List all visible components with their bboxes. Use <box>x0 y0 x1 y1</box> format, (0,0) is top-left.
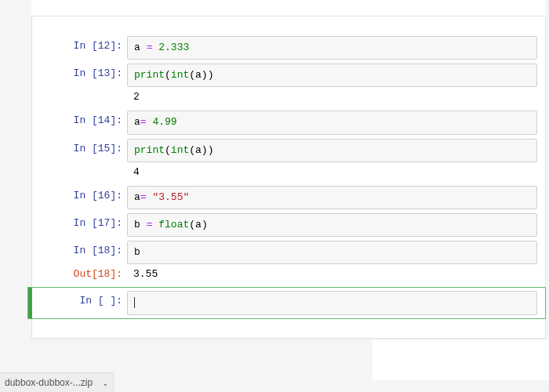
input-prompt: In [16]: <box>32 186 127 205</box>
result-output: 3.55 <box>127 264 537 284</box>
code-cell[interactable]: In [12]:a = 2.333 <box>32 36 545 60</box>
input-prompt: In [15]: <box>32 139 127 158</box>
code-input[interactable]: b = float(a) <box>127 213 537 237</box>
overlay-patch <box>373 339 549 380</box>
code-input[interactable]: print(int(a)) <box>127 139 537 162</box>
code-input[interactable] <box>127 291 537 314</box>
code-input[interactable]: print(int(a)) <box>127 64 537 87</box>
code-cell[interactable]: In [17]:b = float(a) <box>32 213 545 237</box>
input-prompt: In [17]: <box>32 213 127 233</box>
input-prompt: In [18]: <box>32 241 127 260</box>
input-prompt: In [14]: <box>32 111 127 130</box>
code-input[interactable]: a= 4.99 <box>127 111 537 134</box>
stdout-output: 4 <box>127 162 537 182</box>
download-tab-label: dubbox-dubbox-...zip <box>5 377 93 388</box>
output-prompt: Out[18]: <box>32 264 127 284</box>
stdout-output: 2 <box>127 87 537 107</box>
code-cell[interactable]: In [15]:print(int(a))4 <box>32 139 545 182</box>
notebook-container: In [12]:a = 2.333In [13]:print(int(a))2I… <box>31 16 546 339</box>
toolbar-strip <box>31 0 546 16</box>
download-tab[interactable]: dubbox-dubbox-...zip ⌄ <box>0 372 114 392</box>
input-prompt: In [13]: <box>32 64 127 83</box>
output-prompt-blank <box>32 87 127 95</box>
code-cell[interactable]: In [16]:a= "3.55" <box>32 186 545 209</box>
input-prompt: In [12]: <box>32 36 127 56</box>
input-prompt: In [ ]: <box>32 291 127 310</box>
chevron-down-icon: ⌄ <box>102 379 108 387</box>
code-cell[interactable]: In [13]:print(int(a))2 <box>32 64 545 107</box>
code-cell[interactable]: In [14]:a= 4.99 <box>32 111 545 134</box>
code-input[interactable]: a = 2.333 <box>127 36 537 60</box>
code-cell[interactable]: In [18]:bOut[18]:3.55 <box>32 241 545 284</box>
code-cell[interactable]: In [ ]: <box>28 288 545 318</box>
output-prompt-blank <box>32 162 127 170</box>
code-input[interactable]: b <box>127 241 537 264</box>
text-cursor <box>134 297 135 308</box>
code-input[interactable]: a= "3.55" <box>127 186 537 209</box>
